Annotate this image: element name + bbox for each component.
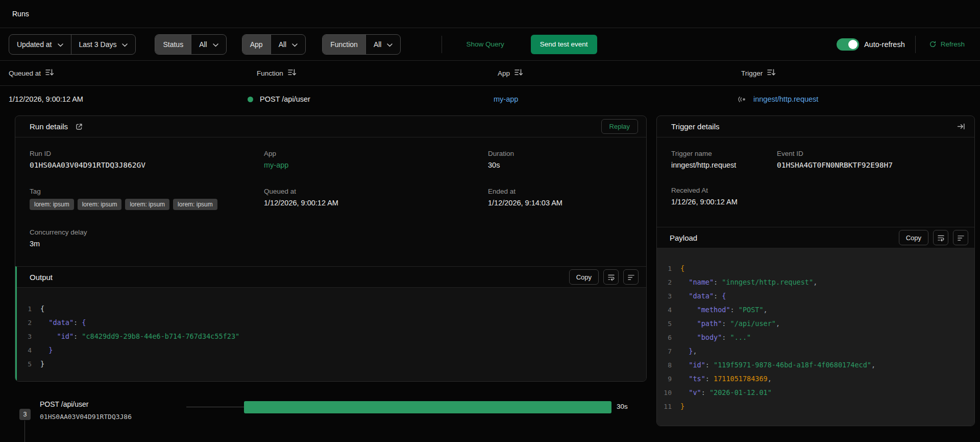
payload-code-block[interactable]: 1{2 "name": "inngest/http.request",3 "da… [657,248,974,426]
output-code-block[interactable]: 1{2 "data": {3 "id": "c8429dd9-29b8-44e6… [17,288,646,381]
cell-app: my-app [494,95,738,103]
status-filter-label: Status [155,35,191,54]
refresh-label: Refresh [941,40,965,48]
run-details-panel: Run details Replay Run ID 01HS0AA03V04D9… [15,115,647,382]
collapse-panel-button[interactable] [956,122,966,131]
external-link-icon [75,123,83,131]
wrap-text-button[interactable] [933,230,948,245]
sort-icon [767,68,776,78]
field-received-at: Received At 1/12/26, 9:00:12 AM [671,187,777,206]
payload-section: Payload Copy 1{2 "name": "innges [657,227,974,426]
field-tag: Tag lorem: ipsumlorem: ipsumlorem: ipsum… [30,188,264,210]
timeline-duration-bar[interactable] [244,401,611,413]
payload-title: Payload [670,234,697,242]
code-line: 4 } [17,343,646,357]
line-number: 10 [657,386,680,400]
code-line: 10 "v": "2026-01-12.01" [657,386,974,400]
trigger-details-header: Trigger details [657,116,974,137]
code-line: 5} [17,357,646,371]
auto-refresh-toggle[interactable] [837,38,859,51]
line-number: 7 [657,344,680,358]
time-range-select[interactable]: Last 3 Days [71,35,136,54]
main-content: Run details Replay Run ID 01HS0AA03V04D9… [0,112,980,442]
sort-icon [45,68,54,78]
titlebar: Runs [0,0,980,28]
code-line: 2 "name": "inngest/http.request", [657,275,974,289]
refresh-icon [929,40,937,48]
app-filter-select[interactable]: All [271,35,306,54]
run-id-value: 01HS0AA03V04D91RTDQ3J862GV [30,161,264,169]
function-filter-label: Function [323,35,365,54]
code-line: 8 "id": "119f5971-9878-46bd-a18f-4f06801… [657,358,974,372]
column-header-queued-at[interactable]: Queued at [9,68,248,78]
format-lines-button[interactable] [623,269,639,285]
copy-output-button[interactable]: Copy [569,269,599,285]
cell-function[interactable]: POST /api/user [248,95,494,103]
toolbar-divider [442,36,442,53]
field-label: Tag [30,188,264,195]
sort-icon [514,68,523,78]
field-ended-at: Ended at 1/12/2026, 9:14:03 AM [488,188,632,210]
app-filter: App All [242,34,306,55]
duration-value: 30s [488,161,632,169]
field-label: Trigger name [671,150,777,157]
code-line: 2 "data": { [17,316,646,330]
format-lines-icon [627,273,635,281]
column-header-app[interactable]: App [494,68,738,78]
field-concurrency-delay: Concurrency delay 3m [30,228,264,248]
output-header: Output Copy [17,267,646,288]
status-completed-icon [248,97,253,102]
page-title: Runs [12,10,29,18]
line-number: 2 [657,275,680,289]
function-filter-value: All [374,40,382,49]
payload-header: Payload Copy [657,227,974,248]
table-row[interactable]: 1/12/2026, 9:00:12 AM POST /api/user my-… [0,86,980,112]
replay-button[interactable]: Replay [601,119,638,134]
app-link[interactable]: my-app [494,95,518,103]
refresh-button[interactable]: Refresh [926,40,968,49]
timeline-step-name: POST /api/user [40,400,88,408]
line-number: 4 [657,303,680,317]
received-at-value: 1/12/26, 9:00:12 AM [671,198,777,206]
tag-chip: lorem: ipsum [78,199,122,210]
filter-toolbar: Updated at Last 3 Days Status All App [0,28,980,61]
column-header-trigger[interactable]: Trigger [738,68,980,78]
tag-chip: lorem: ipsum [173,199,217,210]
column-header-function[interactable]: Function [248,68,494,78]
code-line: 9 "ts": 1711051784369, [657,372,974,386]
event-trigger-icon [738,96,747,103]
queued-at-value: 1/12/2026, 9:00:12 AM [264,199,488,207]
step-count-badge[interactable]: 3 [19,409,31,420]
wrap-text-button[interactable] [603,269,619,285]
code-line: 7 }, [657,344,974,358]
timeline-connector-horizontal [186,407,244,407]
arrow-to-line-icon [957,123,965,130]
sort-and-range-select: Updated at Last 3 Days [9,34,136,55]
status-filter-select[interactable]: All [191,35,226,54]
field-queued-at: Queued at 1/12/2026, 9:00:12 AM [264,188,488,210]
sort-field-select[interactable]: Updated at [9,35,71,54]
tag-chip: lorem: ipsum [30,199,74,210]
code-line: 3 "data": { [657,289,974,303]
trigger-link[interactable]: inngest/http.request [753,95,818,103]
line-number: 5 [17,357,40,371]
copy-payload-button[interactable]: Copy [899,230,928,245]
app-link[interactable]: my-app [264,161,488,169]
trigger-details-fields: Trigger name inngest/http.request Event … [657,137,974,227]
app-filter-value: All [279,40,287,49]
chevron-down-icon [292,40,298,49]
open-run-external-button[interactable] [74,122,84,132]
send-test-event-button[interactable]: Send test event [531,35,597,54]
line-number: 6 [657,331,680,344]
code-line: 3 "id": "c8429dd9-29b8-44e6-b714-767d34c… [17,330,646,343]
timeline-duration-label: 30s [617,403,628,410]
show-query-link[interactable]: Show Query [466,40,504,48]
function-filter-select[interactable]: All [365,35,401,54]
field-label: Duration [488,150,632,157]
format-lines-button[interactable] [953,230,968,245]
code-line: 1{ [657,262,974,275]
field-label: Received At [671,187,777,194]
table-header-row: Queued at Function App Trigger [0,61,980,86]
trigger-details-panel: Trigger details Trigger name inngest/htt… [656,115,975,426]
field-label: Event ID [777,150,960,157]
